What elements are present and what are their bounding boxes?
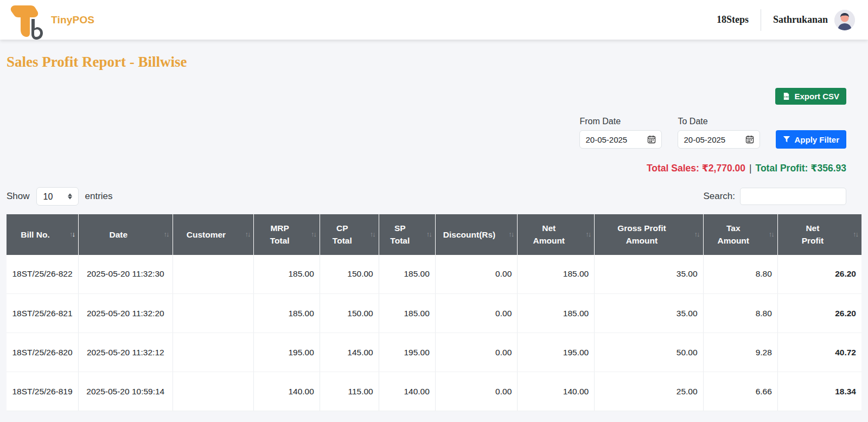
svg-text:CSV: CSV bbox=[784, 95, 789, 98]
cell-net-profit: 18.34 bbox=[777, 372, 861, 411]
cell-discount-rs: 0.00 bbox=[435, 294, 517, 333]
sort-icon: ↑↓ bbox=[311, 229, 316, 240]
show-label: Show bbox=[7, 191, 30, 202]
column-header-net-amount[interactable]: Net Amount↑↓ bbox=[518, 214, 595, 255]
column-header-net-profit[interactable]: Net Profit↑↓ bbox=[777, 214, 861, 255]
total-sales: Total Sales: ₹2,770.00 bbox=[647, 163, 745, 174]
cell-sp-total: 195.00 bbox=[379, 333, 435, 372]
search-label: Search: bbox=[703, 191, 735, 202]
total-profit: Total Profit: ₹356.93 bbox=[756, 163, 846, 174]
cell-gross-profit-amount: 25.00 bbox=[595, 372, 703, 411]
cell-gross-profit-amount: 35.00 bbox=[595, 294, 703, 333]
cell-net-profit: 26.20 bbox=[777, 255, 861, 294]
cell-bill-no: 18ST/25/26-819 bbox=[7, 372, 79, 411]
cell-mrp-total: 140.00 bbox=[254, 372, 320, 411]
column-label: Tax Amount bbox=[717, 223, 749, 245]
to-date-input[interactable]: 20-05-2025 bbox=[678, 130, 760, 149]
search-control: Search: bbox=[703, 188, 861, 205]
column-label: Bill No. bbox=[21, 230, 49, 239]
cell-net-amount: 185.00 bbox=[518, 255, 595, 294]
cell-cp-total: 145.00 bbox=[320, 333, 379, 372]
to-date-group: To Date 20-05-2025 bbox=[678, 117, 760, 149]
page-length-control: Show 10 entries bbox=[7, 187, 113, 206]
apply-filter-button[interactable]: Apply Filter bbox=[776, 130, 846, 149]
column-header-discount-rs[interactable]: Discount(Rs)↑↓ bbox=[435, 214, 517, 255]
from-date-label: From Date bbox=[579, 117, 662, 126]
sort-icon: ↑↓ bbox=[508, 229, 513, 240]
cell-customer bbox=[173, 294, 254, 333]
cell-bill-no: 18ST/25/26-820 bbox=[7, 333, 79, 372]
cell-customer bbox=[173, 333, 254, 372]
sort-icon: ↑↓ bbox=[370, 229, 375, 240]
user-menu[interactable]: Sathrukanan bbox=[773, 10, 855, 30]
sales-profit-table: Bill No.↑↓Date↑↓Customer↑↓MRP Total↑↓CP … bbox=[7, 214, 861, 411]
cell-sp-total: 185.00 bbox=[379, 294, 435, 333]
sort-icon: ↑↓ bbox=[164, 229, 169, 240]
cell-tax-amount: 6.66 bbox=[703, 372, 777, 411]
column-header-customer[interactable]: Customer↑↓ bbox=[173, 214, 254, 255]
table-row: 18ST/25/26-8222025-05-20 11:32:30185.001… bbox=[7, 255, 861, 294]
cell-customer bbox=[173, 372, 254, 411]
column-header-cp-total[interactable]: CP Total↑↓ bbox=[320, 214, 379, 255]
calendar-icon[interactable] bbox=[647, 135, 656, 144]
search-input[interactable] bbox=[740, 188, 846, 205]
cell-date: 2025-05-20 11:32:30 bbox=[79, 255, 173, 294]
cell-sp-total: 140.00 bbox=[379, 372, 435, 411]
column-header-sp-total[interactable]: SP Total↑↓ bbox=[379, 214, 435, 255]
csv-file-icon: CSV bbox=[782, 92, 790, 100]
cell-tax-amount: 8.80 bbox=[703, 255, 777, 294]
column-label: Customer bbox=[187, 230, 226, 239]
cell-date: 2025-05-20 11:32:20 bbox=[79, 294, 173, 333]
cell-mrp-total: 185.00 bbox=[254, 255, 320, 294]
totals-separator: | bbox=[749, 163, 752, 174]
sort-icon: ↑↓ bbox=[245, 229, 250, 240]
cell-discount-rs: 0.00 bbox=[435, 372, 517, 411]
cell-tax-amount: 9.28 bbox=[703, 333, 777, 372]
totals-summary: Total Sales: ₹2,770.00 | Total Profit: ₹… bbox=[7, 163, 861, 174]
cell-cp-total: 150.00 bbox=[320, 255, 379, 294]
brand-area[interactable]: TinyPOS bbox=[9, 0, 94, 41]
calendar-icon[interactable] bbox=[745, 135, 754, 144]
page-length-select[interactable]: 10 bbox=[36, 187, 79, 206]
cell-sp-total: 185.00 bbox=[379, 255, 435, 294]
apply-filter-label: Apply Filter bbox=[794, 135, 839, 144]
cell-gross-profit-amount: 50.00 bbox=[595, 333, 703, 372]
cell-net-amount: 185.00 bbox=[518, 294, 595, 333]
sort-icon: ↑↓ bbox=[69, 229, 74, 240]
cell-tax-amount: 8.80 bbox=[703, 294, 777, 333]
cell-cp-total: 115.00 bbox=[320, 372, 379, 411]
sort-icon: ↑↓ bbox=[853, 229, 858, 240]
column-header-tax-amount[interactable]: Tax Amount↑↓ bbox=[703, 214, 777, 255]
store-name[interactable]: 18Steps bbox=[717, 14, 749, 25]
from-date-value: 20-05-2025 bbox=[585, 135, 627, 144]
filter-funnel-icon bbox=[783, 136, 790, 143]
to-date-label: To Date bbox=[678, 117, 760, 126]
cell-bill-no: 18ST/25/26-822 bbox=[7, 255, 79, 294]
column-label: Gross Profit Amount bbox=[617, 223, 666, 245]
sort-icon: ↑↓ bbox=[769, 229, 774, 240]
sort-icon: ↑↓ bbox=[585, 229, 590, 240]
user-avatar[interactable] bbox=[834, 10, 855, 30]
cell-cp-total: 150.00 bbox=[320, 294, 379, 333]
table-row: 18ST/25/26-8192025-05-20 10:59:14140.001… bbox=[7, 372, 861, 411]
column-header-gross-profit-amount[interactable]: Gross Profit Amount↑↓ bbox=[595, 214, 703, 255]
from-date-input[interactable]: 20-05-2025 bbox=[579, 130, 662, 149]
column-header-mrp-total[interactable]: MRP Total↑↓ bbox=[254, 214, 320, 255]
column-header-bill-no[interactable]: Bill No.↑↓ bbox=[7, 214, 79, 255]
table-row: 18ST/25/26-8202025-05-20 11:32:12195.001… bbox=[7, 333, 861, 372]
column-label: SP Total bbox=[390, 223, 410, 245]
user-name: Sathrukanan bbox=[773, 14, 828, 25]
brand-name: TinyPOS bbox=[51, 14, 94, 26]
export-csv-button[interactable]: CSV Export CSV bbox=[775, 88, 846, 105]
column-header-date[interactable]: Date↑↓ bbox=[79, 214, 173, 255]
from-date-group: From Date 20-05-2025 bbox=[579, 117, 662, 149]
tinypos-logo-icon bbox=[9, 4, 43, 41]
column-label: Net Amount bbox=[533, 223, 565, 245]
to-date-value: 20-05-2025 bbox=[684, 135, 725, 144]
column-label: Net Profit bbox=[802, 223, 824, 245]
cell-discount-rs: 0.00 bbox=[435, 255, 517, 294]
cell-net-profit: 26.20 bbox=[777, 294, 861, 333]
top-navbar: TinyPOS 18Steps Sathrukanan bbox=[0, 0, 868, 40]
entries-label: entries bbox=[85, 191, 113, 202]
cell-net-amount: 195.00 bbox=[518, 333, 595, 372]
